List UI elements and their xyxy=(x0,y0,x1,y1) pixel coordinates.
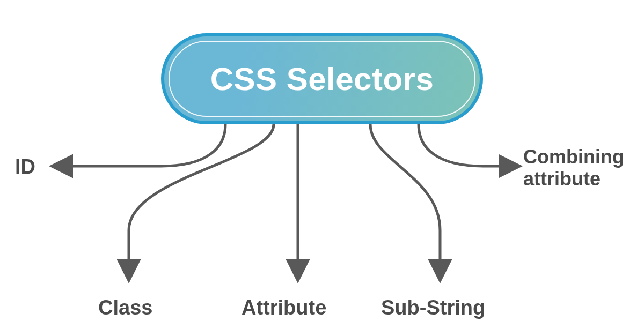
root-node-label: CSS Selectors xyxy=(210,61,434,98)
root-node: CSS Selectors xyxy=(161,33,483,124)
connector-id xyxy=(54,124,225,166)
diagram-stage: CSS Selectors ID Class Attribute Sub-Str… xyxy=(0,0,644,336)
connector-class xyxy=(129,124,274,279)
connector-substring xyxy=(370,124,440,279)
branch-label-combining: Combiningattribute xyxy=(523,146,624,190)
branch-label-id: ID xyxy=(15,155,35,179)
branch-label-attribute: Attribute xyxy=(241,296,326,320)
branch-label-class: Class xyxy=(98,296,152,320)
branch-label-substring: Sub-String xyxy=(381,296,485,320)
connector-combining xyxy=(419,124,518,166)
